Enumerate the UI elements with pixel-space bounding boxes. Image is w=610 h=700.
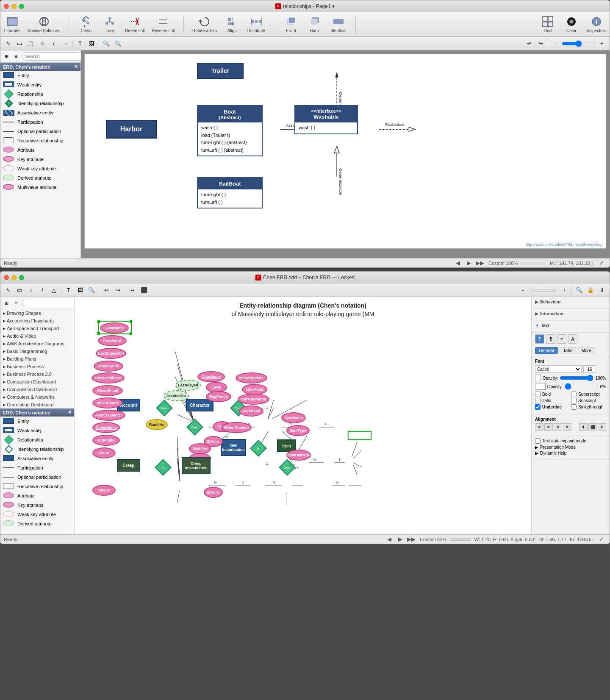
- aerospace-header[interactable]: ▶ Aerospace and Transport: [0, 325, 74, 332]
- charname-attr[interactable]: CharName: [197, 371, 225, 382]
- sidebar-item-weak-entity[interactable]: Weak entity: [0, 80, 80, 89]
- libraries-button[interactable]: Libraries: [4, 16, 21, 33]
- character-entity[interactable]: Character: [186, 399, 214, 411]
- trailer-node[interactable]: Trailer: [197, 63, 244, 79]
- font-size-input[interactable]: [583, 365, 596, 373]
- zoom-in-tool[interactable]: 🔍: [101, 39, 111, 49]
- expand-btn[interactable]: ⤢: [596, 258, 606, 268]
- boat-node[interactable]: Boat {Abstract} wash ( ) load (Trailer t…: [197, 105, 263, 156]
- bottom-minimize-button[interactable]: [11, 275, 17, 280]
- itemdamage-attr[interactable]: ItemDamage: [286, 450, 311, 461]
- bottom-sidebar-search[interactable]: [22, 299, 75, 307]
- b-lock-tool[interactable]: 🔒: [585, 285, 596, 295]
- creep-entity[interactable]: Creep: [117, 459, 140, 472]
- whencreated-attr[interactable]: WhenCreated: [221, 422, 252, 433]
- sidebar-item-weak-key-attribute[interactable]: Weak key attribute: [0, 164, 80, 173]
- bottom-sidebar-grid-view[interactable]: ⊞: [2, 299, 11, 307]
- align-justify-btn[interactable]: ≡: [563, 423, 571, 431]
- b-zoom-plus[interactable]: +: [559, 285, 569, 295]
- bottom-prev-page-btn[interactable]: ◀: [384, 534, 394, 544]
- b-rect-tool[interactable]: ▭: [14, 285, 25, 295]
- createdon-attr[interactable]: CreatedOn: [164, 390, 189, 401]
- creep-instantiation-entity[interactable]: CreepInstantiation: [182, 457, 211, 474]
- superscript-checkbox[interactable]: [571, 392, 577, 397]
- underline-checkbox[interactable]: [535, 404, 541, 410]
- text-color-swatch[interactable]: [535, 375, 541, 381]
- chain-button[interactable]: Chain: [78, 16, 94, 33]
- hitpoints-attr[interactable]: HitPoints: [92, 435, 120, 446]
- sidebar-list-view[interactable]: ≡: [12, 52, 20, 61]
- maxhitpoints-attr[interactable]: MaxHitPoints: [236, 372, 267, 383]
- sidebar-item-derived-attribute[interactable]: Derived attribute: [0, 173, 80, 183]
- sidebar-grid-view[interactable]: ⊞: [2, 52, 11, 61]
- b-select-tool[interactable]: ↖: [3, 285, 13, 295]
- aws-header[interactable]: ▶ AWS Architecture Diagrams: [0, 340, 74, 347]
- rotate-flip-button[interactable]: Rotate & Flip: [192, 16, 217, 33]
- tree-button[interactable]: Tree: [101, 16, 118, 33]
- zoom-control-plus[interactable]: +: [597, 39, 607, 49]
- opacity2-slider[interactable]: [565, 383, 599, 390]
- b-sidebar-item-derived-attribute[interactable]: Derived attribute: [0, 519, 74, 528]
- redo-tool[interactable]: ↪: [535, 39, 546, 49]
- itemtype-attr[interactable]: ItemType: [286, 425, 310, 436]
- play-btn[interactable]: ▶: [464, 258, 474, 268]
- text-auto-expand-checkbox[interactable]: [535, 438, 541, 444]
- password-attr[interactable]: Password: [98, 335, 127, 346]
- circle-tool[interactable]: ○: [37, 39, 47, 49]
- grid-button[interactable]: Grid: [539, 16, 556, 33]
- b-line-tool[interactable]: /: [37, 285, 47, 295]
- sidebar-item-attribute[interactable]: Attribute: [0, 145, 80, 155]
- sidebar-item-participation[interactable]: Participation: [0, 117, 80, 127]
- general-tab[interactable]: General: [535, 347, 558, 354]
- text-header[interactable]: ▼ Text: [535, 323, 606, 328]
- information-header[interactable]: ▶ Information: [535, 311, 606, 316]
- creepname-attr[interactable]: CreepName: [92, 422, 120, 433]
- sidebar-item-associative-entity[interactable]: Associative entity: [0, 108, 80, 117]
- color-button[interactable]: Color: [563, 16, 580, 33]
- zoom-button[interactable]: [19, 4, 24, 9]
- washable-node[interactable]: <<interface>> Washable wash ( ): [294, 105, 358, 134]
- sbscremail-attr[interactable]: SbscrEmail: [92, 385, 123, 396]
- tabs-tab[interactable]: Tabs: [560, 347, 576, 354]
- acctname-attr[interactable]: AcctName: [100, 322, 129, 333]
- align-bottom-btn[interactable]: ⬇: [598, 423, 606, 431]
- b-sidebar-item-recursive-relationship[interactable]: Recursive relationship: [0, 482, 74, 491]
- sbscraddress-attr[interactable]: SbscrAddress: [92, 372, 125, 383]
- business-process-header[interactable]: ▶ Business Process: [0, 363, 74, 370]
- next-page-btn[interactable]: ▶▶: [475, 258, 485, 268]
- bottom-canvas-inner[interactable]: Entity-relationship diagram (Chen's nota…: [75, 297, 531, 534]
- bottom-zoom-button[interactable]: [19, 275, 24, 280]
- inspectors-button[interactable]: i Inspectors: [587, 16, 606, 33]
- b-flip-tool[interactable]: ↔: [128, 285, 138, 295]
- align-top-btn[interactable]: ⬆: [579, 423, 588, 431]
- arrow-tool[interactable]: →: [60, 39, 70, 49]
- canvas[interactable]: Dependency Association * Realization Gen…: [84, 54, 606, 249]
- idnum-creep-attr[interactable]: IDNum.: [204, 487, 223, 498]
- rect-tool[interactable]: ▭: [14, 39, 25, 49]
- image-tool[interactable]: 🖼: [86, 39, 97, 49]
- distribute-button[interactable]: Distribute: [247, 16, 265, 33]
- line-tool[interactable]: /: [49, 39, 59, 49]
- sidebar-search[interactable]: [22, 52, 86, 61]
- business-process-20-header[interactable]: ▶ Business Process 2,0: [0, 370, 74, 378]
- bottom-canvas[interactable]: Entity-relationship diagram (Chen's nota…: [75, 297, 531, 534]
- raininfo-attr[interactable]: RainInfo: [146, 419, 168, 430]
- b-zoom-in-tool[interactable]: 🔍: [86, 285, 97, 295]
- b-image-tool[interactable]: 🖼: [75, 285, 85, 295]
- strikethrough-checkbox[interactable]: [571, 404, 577, 410]
- behaviour-header[interactable]: ▶ Behaviour: [535, 300, 606, 304]
- drawing-shapes-header[interactable]: ▶ Drawing Shapes: [0, 309, 74, 317]
- acctcreatedon-attr[interactable]: AcctCreatedOn: [92, 410, 125, 421]
- basic-diagramming-header[interactable]: ▶ Basic Diagramming: [0, 347, 74, 355]
- sidebar-item-multivalue-attribute[interactable]: Multivalue attribute: [0, 183, 80, 192]
- b-circle-tool[interactable]: ○: [26, 285, 36, 295]
- b-sidebar-item-entity[interactable]: Entity: [0, 417, 74, 426]
- back-button[interactable]: Back: [306, 16, 323, 33]
- b-sidebar-item-identifying-relationship[interactable]: Identifying relationship: [0, 444, 74, 454]
- sailboat-node[interactable]: SailBoat turnRight ( ) turnLeft ( ): [197, 177, 263, 208]
- format-style-btn[interactable]: A: [568, 334, 577, 344]
- attack-attr[interactable]: Attack: [92, 485, 116, 496]
- minimize-button[interactable]: [11, 4, 17, 9]
- format-text-btn[interactable]: T: [535, 334, 544, 344]
- lastplayed-attr[interactable]: LastPlayed: [175, 380, 201, 391]
